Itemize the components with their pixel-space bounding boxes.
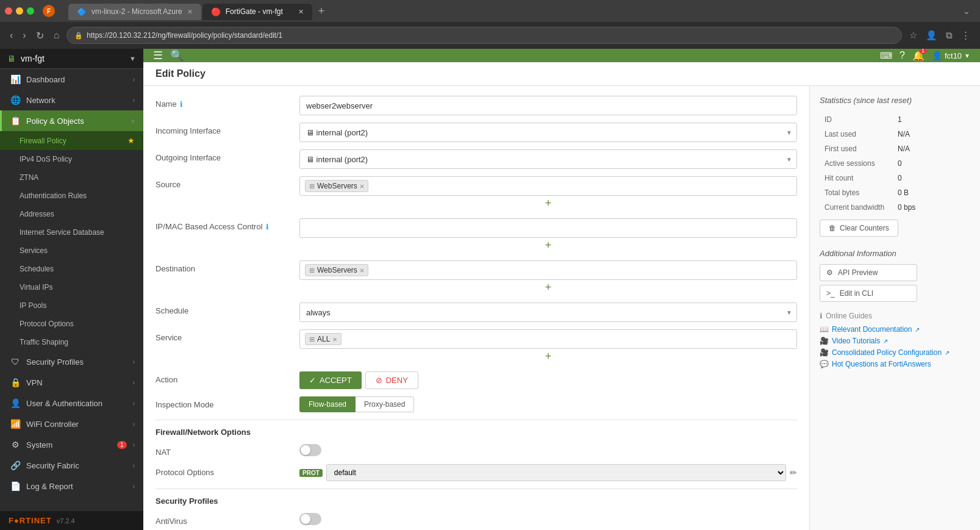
reload-button[interactable]: ↻ xyxy=(34,27,46,44)
sidebar-item-internet-service-db[interactable]: Internet Service Database xyxy=(0,223,143,242)
accept-button[interactable]: ✓ ACCEPT xyxy=(299,371,362,389)
deny-button[interactable]: ⊘ DENY xyxy=(365,371,418,389)
maximize-window-button[interactable] xyxy=(27,7,34,15)
video-tutorials-link[interactable]: 🎥 Video Tutorials ↗ xyxy=(820,337,970,345)
api-preview-label: API Preview xyxy=(838,268,878,277)
action-buttons: ✓ ACCEPT ⊘ DENY xyxy=(299,371,797,389)
sidebar-item-virtual-ips[interactable]: Virtual IPs xyxy=(0,278,143,296)
profile-button[interactable]: 👤 xyxy=(923,27,940,43)
ip-mac-add-button[interactable]: + xyxy=(299,238,797,253)
tab-fortigate[interactable]: 🔴 FortiGate - vm-fgt ✕ xyxy=(202,4,312,20)
security-fabric-chevron-icon: › xyxy=(133,462,135,469)
form-section: Name ℹ Incoming Interface 🖥 internal (po… xyxy=(143,86,809,530)
device-selector[interactable]: 🖥 vm-fgt xyxy=(7,54,45,63)
firewall-policy-star-icon[interactable]: ★ xyxy=(127,136,135,145)
service-tag-remove-icon[interactable]: × xyxy=(332,335,337,343)
alert-icon[interactable]: 🔔 1 xyxy=(912,50,925,62)
tab-fortigate-close[interactable]: ✕ xyxy=(298,8,304,16)
sidebar-item-security-fabric[interactable]: 🔗 Security Fabric › xyxy=(0,455,143,476)
tab-azure[interactable]: 🔷 vm-linux-2 - Microsoft Azure ✕ xyxy=(68,4,201,20)
cli-icon-2: >_ xyxy=(826,289,835,298)
service-tags[interactable]: ⊞ ALL × xyxy=(299,329,797,349)
fortinet-logo: F●RTINET xyxy=(9,516,52,525)
sidebar-item-log-report[interactable]: 📄 Log & Report › xyxy=(0,476,143,496)
new-tab-button[interactable]: + xyxy=(313,2,330,20)
consolidated-policy-link[interactable]: 🎥 Consolidated Policy Configuration ↗ xyxy=(820,348,970,357)
tab-azure-close[interactable]: ✕ xyxy=(187,8,193,16)
sidebar-item-traffic-shaping[interactable]: Traffic Shaping xyxy=(0,333,143,351)
hamburger-menu-icon[interactable]: ☰ xyxy=(153,49,163,62)
sidebar-header-chevron[interactable]: ▼ xyxy=(129,55,136,62)
help-icon[interactable]: ? xyxy=(900,50,905,61)
address-bar[interactable]: 🔒 https://20.120.32.212/ng/firewall/poli… xyxy=(66,27,902,44)
sidebar-item-dashboard[interactable]: 📊 Dashboard › xyxy=(0,69,143,90)
dashboard-icon: 📊 xyxy=(10,74,20,84)
sidebar-item-network[interactable]: 🌐 Network › xyxy=(0,90,143,110)
back-button[interactable]: ‹ xyxy=(7,27,15,43)
source-add-button[interactable]: + xyxy=(299,196,797,211)
sidebar-item-ztna[interactable]: ZTNA xyxy=(0,168,143,187)
antivirus-toggle[interactable] xyxy=(299,513,321,525)
sidebar-item-schedules[interactable]: Schedules xyxy=(0,260,143,278)
user-menu[interactable]: 👤 fct10 ▼ xyxy=(932,51,970,60)
destination-add-button[interactable]: + xyxy=(299,280,797,295)
hot-questions-icon: 💬 xyxy=(820,360,829,368)
source-tag-icon: ⊞ xyxy=(309,182,315,190)
name-input[interactable] xyxy=(299,96,797,115)
sidebar-item-auth-rules[interactable]: Authentication Rules xyxy=(0,187,143,205)
forward-button[interactable]: › xyxy=(20,27,28,43)
addresses-label: Addresses xyxy=(20,210,54,218)
sidebar-item-services[interactable]: Services xyxy=(0,242,143,260)
system-badge: 1 xyxy=(117,441,127,449)
bookmark-button[interactable]: ☆ xyxy=(907,27,920,43)
source-label: Source xyxy=(156,176,290,189)
outgoing-interface-select[interactable]: 🖥 internal (port2) xyxy=(299,149,797,169)
nat-toggle[interactable] xyxy=(299,444,321,456)
sidebar-item-wifi-controller[interactable]: 📶 WiFi Controller › xyxy=(0,414,143,434)
sidebar-item-user-auth[interactable]: 👤 User & Authentication › xyxy=(0,393,143,414)
proxy-based-button[interactable]: Proxy-based xyxy=(356,396,414,412)
ip-mac-info-icon[interactable]: ℹ xyxy=(266,223,269,231)
incoming-interface-select[interactable]: 🖥 internal (port2) xyxy=(299,123,797,142)
clear-counters-button[interactable]: 🗑 Clear Counters xyxy=(820,220,898,237)
protocol-options-select[interactable]: default xyxy=(326,464,786,481)
hot-questions-link[interactable]: 💬 Hot Questions at FortiAnswers xyxy=(820,360,970,368)
menu-button[interactable]: ⋮ xyxy=(959,27,973,43)
ip-mac-tags[interactable] xyxy=(299,218,797,238)
source-tag-webservers: ⊞ WebServers × xyxy=(305,180,368,192)
sidebar-item-security-fabric-label: Security Fabric xyxy=(26,461,127,470)
api-preview-button[interactable]: ⚙ API Preview xyxy=(820,264,917,281)
search-icon[interactable]: 🔍 xyxy=(170,49,184,62)
sidebar-item-protocol-options[interactable]: Protocol Options xyxy=(0,315,143,333)
nat-row: NAT xyxy=(156,444,797,457)
edit-cli-button[interactable]: >_ Edit in CLI xyxy=(820,285,917,302)
destination-tag-remove-icon[interactable]: × xyxy=(360,267,365,274)
sidebar-item-security-profiles[interactable]: 🛡 Security Profiles › xyxy=(0,351,143,372)
nat-toggle-knob xyxy=(301,445,310,455)
user-auth-icon: 👤 xyxy=(10,398,20,408)
tab-fortigate-icon: 🔴 xyxy=(211,7,221,16)
schedule-select[interactable]: always xyxy=(299,303,797,322)
home-button[interactable]: ⌂ xyxy=(51,27,62,43)
source-tag-remove-icon[interactable]: × xyxy=(360,182,365,190)
page-header: Edit Policy xyxy=(143,62,980,86)
name-info-icon[interactable]: ℹ xyxy=(180,100,183,109)
sidebar-item-firewall-policy[interactable]: Firewall Policy ★ xyxy=(0,131,143,150)
extensions-button[interactable]: ⧉ xyxy=(943,27,955,43)
sidebar-item-ipv4-dos[interactable]: IPv4 DoS Policy xyxy=(0,150,143,168)
relevant-docs-link[interactable]: 📖 Relevant Documentation ↗ xyxy=(820,325,970,334)
source-tags[interactable]: ⊞ WebServers × xyxy=(299,176,797,196)
destination-tags[interactable]: ⊞ WebServers × xyxy=(299,260,797,280)
service-add-button[interactable]: + xyxy=(299,349,797,364)
sidebar-item-system[interactable]: ⚙ System 1 › xyxy=(0,434,143,455)
close-window-button[interactable] xyxy=(5,7,12,15)
sidebar-item-addresses[interactable]: Addresses xyxy=(0,205,143,223)
protocol-options-edit-button[interactable]: ✏ xyxy=(790,468,797,478)
security-icon: 🔒 xyxy=(74,32,83,40)
sidebar-item-vpn[interactable]: 🔒 VPN › xyxy=(0,372,143,393)
sidebar-item-policy-objects[interactable]: 📋 Policy & Objects ∨ xyxy=(0,110,143,131)
sidebar-item-ip-pools[interactable]: IP Pools xyxy=(0,296,143,315)
flow-based-button[interactable]: Flow-based xyxy=(299,396,356,412)
cli-icon[interactable]: ⌨ xyxy=(880,51,892,60)
minimize-window-button[interactable] xyxy=(16,7,23,15)
